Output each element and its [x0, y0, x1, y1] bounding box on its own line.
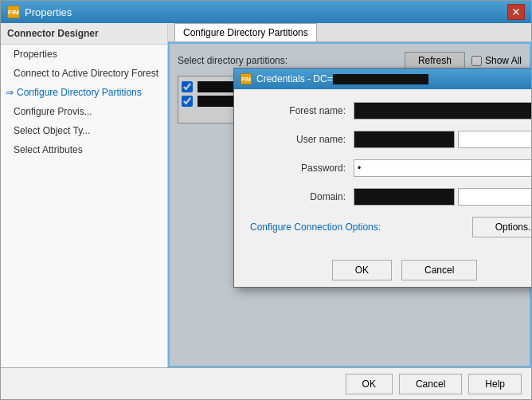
password-label: Password:	[250, 163, 354, 174]
panel-content: Select directory partitions: Refresh Sho…	[168, 42, 531, 367]
configure-options-row: Configure Connection Options: Options...	[250, 217, 531, 237]
modal-title-bar: FIM Credentials - DC= ✕	[234, 69, 531, 89]
modal-body: Forest name: User name: Pas	[234, 89, 531, 253]
sidebar-item-connect[interactable]: Connect to Active Directory Forest	[1, 64, 167, 83]
cancel-button[interactable]: Cancel	[399, 374, 462, 394]
password-input[interactable]	[354, 159, 531, 177]
forest-name-input[interactable]	[354, 102, 531, 120]
tab-configure-directory[interactable]: Configure Directory Partitions	[174, 23, 317, 41]
user-name-row: User name:	[250, 131, 531, 148]
bottom-bar: OK Cancel Help	[1, 367, 531, 399]
main-window: FIM Properties ✕ Connector Designer Prop…	[0, 0, 532, 400]
sidebar-item-select-attr[interactable]: Select Attributes	[1, 140, 167, 159]
modal-cancel-button[interactable]: Cancel	[401, 260, 477, 280]
configure-options-label: Configure Connection Options:	[250, 222, 381, 233]
sidebar-item-select-obj[interactable]: Select Object Ty...	[1, 121, 167, 140]
help-button[interactable]: Help	[468, 374, 522, 394]
app-icon: FIM	[7, 6, 20, 18]
user-name-label: User name:	[250, 134, 354, 145]
sidebar: Connector Designer Properties Connect to…	[1, 23, 168, 367]
sidebar-item-configure-prov[interactable]: Configure Provis...	[1, 102, 167, 121]
sidebar-item-configure-dir-label: Configure Directory Partitions	[17, 87, 142, 98]
user-name-input[interactable]	[354, 131, 455, 148]
forest-name-label: Forest name:	[250, 105, 354, 116]
modal-footer: OK Cancel	[234, 253, 531, 287]
modal-overlay: FIM Credentials - DC= ✕ Forest name:	[170, 44, 530, 366]
window-close-button[interactable]: ✕	[507, 4, 525, 20]
modal-ok-button[interactable]: OK	[332, 260, 392, 280]
sidebar-header: Connector Designer	[1, 23, 167, 45]
ok-button[interactable]: OK	[346, 374, 393, 394]
modal-title: Credentials - DC=	[256, 73, 531, 84]
sidebar-item-configure-dir[interactable]: ⇒ Configure Directory Partitions	[1, 83, 167, 102]
sidebar-item-properties[interactable]: Properties	[1, 45, 167, 64]
modal-app-icon: FIM	[241, 73, 252, 84]
main-panel: Configure Directory Partitions Select di…	[168, 23, 531, 367]
password-row: Password:	[250, 159, 531, 177]
title-bar: FIM Properties ✕	[1, 1, 531, 23]
active-arrow-icon: ⇒	[6, 87, 14, 98]
title-bar-left: FIM Properties	[7, 6, 72, 18]
tab-bar: Configure Directory Partitions	[168, 23, 531, 42]
window-title: Properties	[25, 6, 72, 18]
content-area: Connector Designer Properties Connect to…	[1, 23, 531, 367]
domain-input[interactable]	[354, 188, 455, 206]
domain-label: Domain:	[250, 191, 354, 202]
forest-name-row: Forest name:	[250, 102, 531, 120]
credentials-modal: FIM Credentials - DC= ✕ Forest name:	[233, 68, 531, 288]
domain-row: Domain:	[250, 188, 531, 206]
options-button[interactable]: Options...	[472, 217, 531, 237]
